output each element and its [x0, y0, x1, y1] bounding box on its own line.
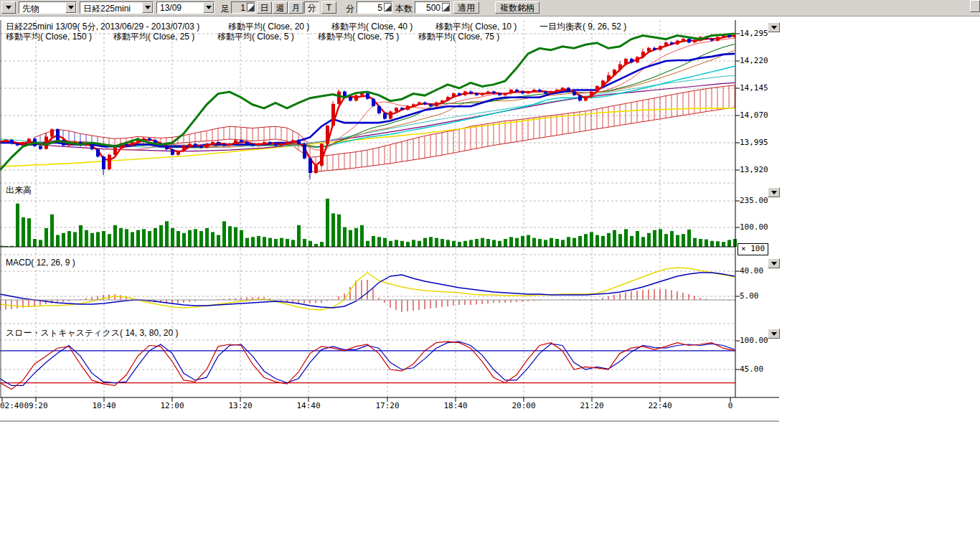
dropdown-arrow-icon[interactable] [142, 2, 153, 13]
volume-bar [653, 230, 656, 247]
volume-bar [400, 241, 404, 247]
volume-bar [550, 238, 553, 247]
volume-bar [521, 236, 524, 247]
volume-bar [481, 238, 484, 247]
volume-bar [687, 230, 691, 247]
volume-bar [567, 237, 570, 247]
volume-bar [440, 239, 444, 247]
volume-axis-label-0: 235.00 [740, 196, 768, 205]
volume-bar [624, 229, 628, 247]
spinner-icon[interactable] [384, 3, 392, 11]
time-axis-label-9: 21:20 [580, 401, 603, 410]
volume-panel-label: 出来高 [6, 184, 32, 197]
volume-bar [119, 228, 123, 247]
period-tick-button[interactable]: T [321, 1, 336, 14]
multi-symbol-button[interactable]: 複数銘柄 [495, 1, 540, 14]
period-day-button[interactable]: 日 [257, 1, 272, 14]
volume-bar [182, 233, 186, 247]
volume-bar [257, 236, 260, 247]
price-axis-label-4: 13,995 [740, 138, 768, 147]
time-axis-label-7: 18:40 [443, 401, 467, 410]
volume-bar [142, 229, 146, 247]
volume-bar [659, 229, 662, 247]
time-axis-label-8: 20:00 [512, 401, 535, 410]
volume-bar [217, 235, 220, 247]
main-toolbar: 先物 日経225mini 13/09 足 1 日 週 月 分 T 分 5 本数 … [0, 0, 980, 17]
volume-bar [527, 235, 530, 247]
chevron-down-icon [771, 26, 777, 29]
volume-panel-dropdown-button[interactable] [768, 187, 780, 197]
period-month-button[interactable]: 月 [288, 1, 303, 14]
spinner-icon[interactable] [442, 3, 450, 11]
time-axis-label-6: 17:20 [375, 401, 399, 410]
volume-bar [377, 237, 381, 247]
volume-bar [475, 239, 479, 247]
dropdown-arrow-icon[interactable] [65, 2, 76, 13]
volume-bar [710, 241, 714, 247]
volume-bar [418, 241, 421, 247]
macd-axis-label-0: 40.00 [740, 266, 763, 276]
bar-interval-label: 足 [221, 3, 230, 15]
volume-bar [618, 234, 622, 247]
period-week-button[interactable]: 週 [273, 1, 288, 14]
volume-bar [62, 233, 65, 247]
contract-month-combobox[interactable]: 13/09 [156, 1, 215, 14]
volume-bar [102, 231, 105, 247]
volume-bar [165, 221, 169, 247]
volume-bar [251, 237, 255, 247]
minute-label: 分 [346, 3, 354, 15]
category-combobox[interactable]: 先物 [19, 1, 77, 14]
macd-panel-dropdown-button[interactable] [768, 258, 780, 268]
volume-bar [538, 239, 542, 247]
volume-bar [429, 237, 433, 247]
volume-bar [664, 234, 668, 247]
volume-bar [555, 239, 559, 247]
volume-bar [498, 241, 501, 247]
stochastics-panel-dropdown-button[interactable] [768, 329, 780, 339]
price-axis-label-5: 13,920 [740, 165, 768, 174]
volume-bar [395, 240, 398, 247]
symbol-combobox[interactable]: 日経225mini [80, 1, 154, 14]
chevron-down-icon [6, 6, 11, 9]
dropdown-arrow-icon[interactable] [203, 2, 214, 13]
spinner-icon[interactable] [247, 3, 255, 11]
chevron-down-icon [145, 6, 151, 9]
volume-bar [716, 241, 720, 247]
volume-bar [406, 242, 410, 247]
period-minute-button[interactable]: 分 [304, 1, 319, 14]
volume-bar [90, 233, 94, 247]
time-axis-label-10: 22:40 [648, 401, 672, 410]
price-axis-label-2: 14,145 [740, 83, 768, 93]
price-panel-dropdown-button[interactable] [768, 22, 780, 32]
volume-bar [16, 204, 19, 247]
chart-menu-dropdown-button[interactable] [1, 1, 16, 14]
bar-interval-input[interactable]: 1 [231, 1, 255, 14]
volume-bar [412, 240, 415, 247]
volume-bar [303, 239, 306, 247]
volume-bar [670, 231, 674, 247]
volume-bar [641, 237, 645, 247]
bar-count-input[interactable]: 500 [415, 1, 451, 14]
symbol-value: 日経225mini [83, 3, 131, 15]
volume-bar [676, 235, 679, 247]
volume-bar [504, 239, 507, 247]
volume-bar [486, 239, 490, 247]
chevron-down-icon [68, 6, 74, 9]
volume-bar [96, 232, 100, 247]
time-axis-label-2: 10:40 [92, 401, 116, 410]
volume-bar [366, 241, 369, 247]
time-axis-label-5: 14:40 [296, 401, 320, 410]
volume-bar [573, 238, 576, 247]
apply-button[interactable]: 適用 [453, 1, 479, 14]
minute-value-input[interactable]: 5 [357, 1, 392, 14]
volume-bar [280, 238, 283, 247]
volume-bar [268, 238, 272, 247]
chart-canvas [0, 0, 980, 551]
chevron-down-icon [771, 191, 777, 194]
volume-bar [234, 227, 237, 247]
volume-bar [320, 242, 324, 247]
category-value: 先物 [22, 3, 39, 15]
volume-bar [337, 215, 341, 247]
chart-application-window: 先物 日経225mini 13/09 足 1 日 週 月 分 T 分 5 本数 … [0, 0, 980, 551]
volume-bar [578, 236, 582, 247]
